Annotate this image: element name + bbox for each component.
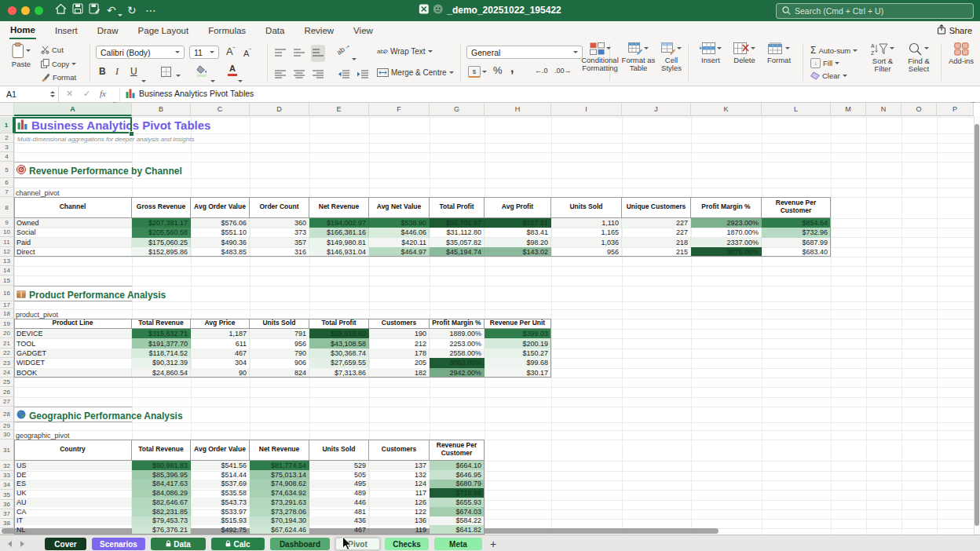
cell[interactable]: $84,417.63 — [132, 480, 191, 489]
table-header-cell[interactable]: Net Revenue — [309, 197, 369, 218]
row-header-14[interactable]: 14 — [0, 266, 14, 276]
name-box-stepper[interactable] — [50, 91, 55, 97]
next-sheet-arrow-icon[interactable] — [20, 541, 24, 547]
table-header-cell[interactable]: Avg Order Value — [191, 197, 250, 218]
row-header-18[interactable]: 18 — [0, 309, 14, 319]
cell[interactable]: 122 — [369, 507, 430, 516]
cell[interactable]: 2253.00% — [430, 338, 485, 348]
cell[interactable]: 1,165 — [551, 228, 622, 237]
row-header-2[interactable]: 2 — [0, 133, 14, 143]
row-header-20[interactable]: 20 — [0, 329, 14, 338]
cell[interactable]: 182 — [369, 368, 430, 378]
undo-chevron-icon[interactable] — [118, 6, 122, 20]
row-header-36[interactable]: 36 — [0, 500, 14, 509]
orientation-button[interactable]: ab→ — [335, 41, 352, 57]
home-icon[interactable] — [55, 3, 67, 19]
cell[interactable]: 136 — [369, 516, 430, 526]
row-header-23[interactable]: 23 — [0, 358, 14, 368]
cell[interactable]: $200.19 — [485, 338, 551, 348]
prev-sheet-arrow-icon[interactable] — [8, 541, 12, 547]
cell[interactable]: 304 — [191, 358, 250, 367]
menu-tab-home[interactable]: Home — [9, 21, 36, 39]
row-header-22[interactable]: 22 — [0, 348, 14, 358]
cell[interactable]: $73,291.63 — [250, 498, 309, 507]
cell[interactable]: $655.93 — [430, 498, 485, 507]
table-header-cell[interactable]: Total Revenue — [132, 319, 191, 329]
column-header-C[interactable]: C — [191, 103, 250, 116]
cell[interactable]: 2942.00% — [430, 368, 485, 378]
merge-centre-button[interactable]: Merge & Centre — [377, 68, 454, 77]
table-header-cell[interactable]: Customers — [369, 319, 430, 329]
decrease-indent-button[interactable] — [336, 66, 351, 83]
table-header-cell[interactable]: Net Revenue — [250, 440, 309, 461]
save-as-icon[interactable] — [89, 3, 100, 18]
cell[interactable]: 906 — [250, 358, 309, 367]
addins-button[interactable]: Add-ins — [945, 42, 977, 65]
fill-color-button[interactable] — [196, 65, 207, 77]
cell[interactable]: $56,701.97 — [430, 218, 485, 228]
underline-chevron-icon[interactable] — [141, 71, 146, 86]
cell[interactable]: $79,453.73 — [132, 516, 191, 526]
menu-tab-formulas[interactable]: Formulas — [207, 21, 247, 39]
column-header-F[interactable]: F — [369, 103, 430, 116]
row-header-13[interactable]: 13 — [0, 257, 14, 266]
clear-button[interactable]: Clear — [810, 71, 847, 80]
cell[interactable]: 790 — [250, 348, 309, 358]
search-input[interactable]: Search (Cmd + Ctrl + U) — [776, 3, 974, 19]
cell[interactable]: 467 — [309, 525, 369, 535]
cell[interactable]: $143.02 — [485, 247, 551, 257]
share-button[interactable]: Share — [937, 24, 972, 37]
column-header-E[interactable]: E — [309, 103, 369, 116]
cell[interactable]: 227 — [622, 218, 691, 228]
cell[interactable]: 467 — [191, 348, 250, 358]
fill-color-chevron-icon[interactable] — [210, 71, 215, 86]
cell[interactable]: $75,013.14 — [250, 470, 309, 480]
cell[interactable]: $82,231.85 — [132, 507, 191, 516]
table-header-cell[interactable]: Total Revenue — [132, 440, 191, 461]
row-header-10[interactable]: 10 — [0, 228, 14, 237]
close-window-button[interactable] — [8, 6, 16, 15]
cell[interactable]: $205,560.58 — [132, 228, 191, 237]
sheet-tab-cover[interactable]: Cover — [45, 538, 86, 550]
table-header-cell[interactable]: Units Sold — [309, 440, 369, 461]
confirm-entry-icon[interactable]: ✓ — [83, 89, 90, 99]
cell[interactable]: IT — [14, 516, 132, 526]
cell[interactable]: $538.90 — [369, 218, 430, 228]
cell[interactable]: 190 — [369, 329, 430, 338]
cell[interactable]: 126 — [369, 498, 430, 507]
sheet-tab-checks[interactable]: Checks — [385, 538, 429, 550]
table-header-cell[interactable]: Customers — [369, 440, 430, 461]
cell[interactable]: $27,659.55 — [309, 358, 369, 367]
row-header-34[interactable]: 34 — [0, 480, 14, 490]
row-header-11[interactable]: 11 — [0, 237, 14, 247]
align-right-button[interactable] — [311, 66, 325, 83]
table-header-cell[interactable]: Avg Order Value — [191, 440, 250, 461]
autosum-button[interactable]: Σ Auto-sum — [810, 45, 858, 56]
cell[interactable]: 178 — [369, 348, 430, 358]
percent-style-button[interactable]: % — [493, 64, 503, 76]
cell[interactable]: DEVICE — [14, 329, 132, 338]
cell[interactable]: AU — [14, 498, 132, 507]
table-header-cell[interactable]: Channel — [14, 197, 132, 218]
cell[interactable]: 316 — [250, 247, 309, 257]
delete-cells-button[interactable]: Delete — [729, 42, 760, 64]
menu-tab-draw[interactable]: Draw — [97, 21, 119, 39]
cell[interactable]: $74,634.92 — [250, 488, 309, 498]
cell[interactable]: NL — [14, 525, 132, 535]
cell[interactable]: $84,086.29 — [132, 488, 191, 498]
cell[interactable]: $30.17 — [485, 368, 551, 378]
table-header-cell[interactable]: Revenue Per Customer — [430, 440, 485, 461]
cell[interactable]: 1,110 — [551, 218, 622, 228]
row-header-24[interactable]: 24 — [0, 368, 14, 378]
cell[interactable]: $674.03 — [430, 507, 485, 516]
decrease-decimal-button[interactable]: .00→ — [554, 67, 572, 75]
table-header-cell[interactable]: Avg Net Value — [369, 197, 430, 218]
zoom-window-button[interactable] — [35, 6, 43, 15]
vertical-scrollbar[interactable] — [975, 124, 979, 526]
row-header-3[interactable]: 3 — [0, 143, 14, 152]
row-header-32[interactable]: 32 — [0, 461, 14, 471]
sort-filter-button[interactable]: AZ Sort & Filter — [865, 42, 900, 74]
comma-style-button[interactable]: , — [510, 61, 514, 75]
row-header-4[interactable]: 4 — [0, 152, 14, 162]
row-header-35[interactable]: 35 — [0, 490, 14, 500]
